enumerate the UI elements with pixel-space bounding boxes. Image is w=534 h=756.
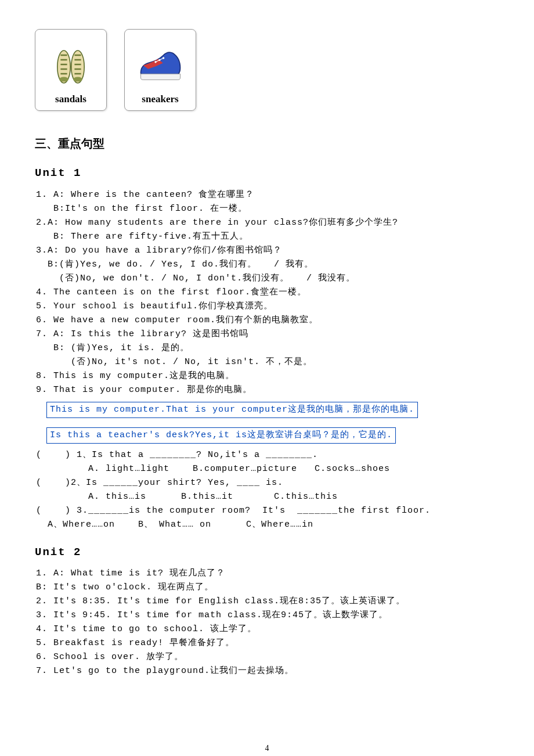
quiz-line: A. light…light B.computer…picture C.sock…: [36, 462, 499, 476]
text-line: B: There are fifty-five.有五十五人。: [36, 230, 499, 244]
text-line: 4. The canteen is on the first floor.食堂在…: [36, 286, 499, 300]
card-sneakers: sneakers: [124, 29, 196, 111]
highlight-box-1: This is my computer.That is your compute…: [46, 402, 418, 418]
text-line: 3.A: Do you have a library?你们/你有图书馆吗？: [36, 244, 499, 258]
quiz-line: ( ) 3._______is the computer room? It's …: [36, 504, 499, 518]
text-line: 6. School is over. 放学了。: [36, 650, 499, 664]
text-line: 1. A: Where is the canteen? 食堂在哪里？: [36, 188, 499, 202]
card-label-sandals: sandals: [39, 91, 103, 107]
text-line: B: (肯)Yes, it is. 是的。: [36, 341, 499, 355]
unit2-content: 1. A: What time is it? 现在几点了？ B: It's tw…: [35, 567, 499, 678]
unit1-content: 1. A: Where is the canteen? 食堂在哪里？ B:It'…: [35, 188, 499, 397]
text-line: 3. It's 9:45. It's time for math class.现…: [36, 609, 499, 622]
text-line: 5. Your school is beautiful.你们学校真漂亮。: [36, 300, 499, 314]
text-line: 5. Breakfast is ready! 早餐准备好了。: [36, 636, 499, 650]
text-line: (否)No, it's not. / No, it isn't. 不，不是。: [36, 355, 499, 369]
cards-row: sandals sneakers: [35, 29, 499, 111]
page-number: 4: [35, 742, 499, 755]
quiz-line: ( )2、Is ______your shirt? Yes, ____ is.: [36, 476, 499, 490]
highlight-box-2: Is this a teacher's desk?Yes,it is这是教室讲台…: [46, 427, 396, 444]
quiz-line: A、Where……on B、 What…… on C、Where……in: [36, 518, 499, 532]
sneakers-icon: [134, 35, 186, 88]
text-line: (否)No, we don't. / No, I don't.我们没有。 / 我…: [36, 272, 499, 286]
text-line: 8. This is my computer.这是我的电脑。: [36, 369, 499, 383]
text-line: 2.A: How many students are there in your…: [36, 216, 499, 230]
text-line: 4. It's time to go to school. 该上学了。: [36, 622, 499, 636]
unit2-heading: Unit 2: [35, 543, 499, 561]
text-line: B:(肯)Yes, we do. / Yes, I do.我们有。 / 我有。: [36, 258, 499, 272]
card-label-sneakers: sneakers: [128, 91, 192, 107]
quiz-line: ( ) 1、Is that a ________? No,it's a ____…: [36, 448, 499, 462]
text-line: 7. A: Is this the library? 这是图书馆吗: [36, 327, 499, 341]
text-line: B: It's two o'clock. 现在两点了。: [36, 581, 499, 595]
card-sandals: sandals: [35, 29, 107, 111]
sandals-icon: [45, 35, 97, 88]
svg-point-2: [59, 77, 68, 82]
text-line: 7. Let's go to the playground.让我们一起去操场。: [36, 664, 499, 678]
text-line: 1. A: What time is it? 现在几点了？: [36, 567, 499, 581]
svg-point-3: [73, 77, 82, 82]
quiz-line: A. this…is B.this…it C.this…this: [36, 490, 499, 504]
unit1-heading: Unit 1: [35, 164, 499, 182]
text-line: B:It's on the first floor. 在一楼。: [36, 202, 499, 216]
text-line: 2. It's 8:35. It's time for English clas…: [36, 595, 499, 609]
text-line: 6. We have a new computer room.我们有个新的电脑教…: [36, 314, 499, 327]
section-heading: 三、重点句型: [35, 134, 499, 153]
quiz-content: ( ) 1、Is that a ________? No,it's a ____…: [35, 448, 499, 532]
text-line: 9. That is your computer. 那是你的电脑。: [36, 383, 499, 397]
